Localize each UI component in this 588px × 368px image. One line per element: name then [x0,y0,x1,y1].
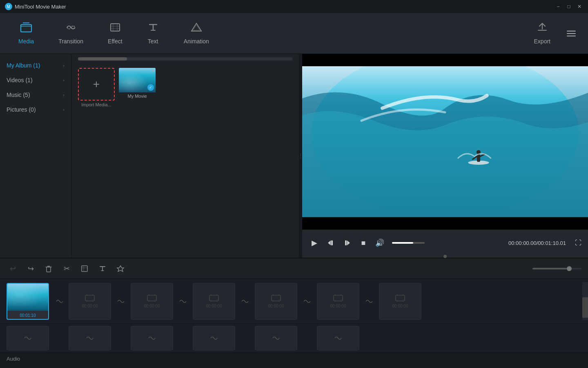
svg-rect-22 [334,295,343,301]
cut-button[interactable]: ✂ [60,263,73,275]
animation-label: Animation [184,38,209,45]
sidebar-item-my-album-label: My Album (1) [7,62,40,69]
minimize-button[interactable]: − [555,3,562,10]
media-thumb-image: ⊞ ✓ [119,68,156,92]
app-icon: M [5,3,12,10]
video-track-row: 00:01:10 00:00:00 [0,279,588,324]
preview-top-border [302,54,588,66]
audio-clip-small-3[interactable] [131,326,173,350]
transition-icon-3 [175,283,191,320]
effect-tl-button[interactable] [114,263,127,275]
video-clip-empty-5[interactable]: 00:00:00 [317,283,359,320]
toolbar: Media Transition Effect Text [0,13,588,54]
sidebar-item-videos[interactable]: Videos (1) › [0,73,71,88]
sidebar-item-pictures[interactable]: Pictures (0) › [0,102,71,117]
import-media-container: + Import Media... [78,68,115,107]
media-thumbnail-my-movie[interactable]: ⊞ ✓ My Movie [119,68,156,107]
maximize-button[interactable]: □ [565,3,572,10]
fullscreen-button[interactable]: ⛶ [575,239,581,247]
media-label: Media [18,38,34,45]
preview-bottom-border [302,217,588,229]
sidebar-item-music[interactable]: Music (5) › [0,88,71,102]
media-panel: + Import Media... ⊞ ✓ My Movie [71,54,299,258]
sidebar: My Album (1) › Videos (1) › Music (5) › … [0,54,71,258]
svg-marker-13 [347,240,350,245]
video-clip-empty-1[interactable]: 00:00:00 [69,283,111,320]
timeline-scrollbar[interactable] [582,282,588,320]
audio-label: Audio [7,356,20,362]
audio-clip-small-6[interactable] [317,326,359,350]
audio-transition-row [0,324,588,352]
forward-frame-button[interactable] [341,237,353,249]
volume-button[interactable]: 🔊 [374,237,385,249]
undo-button[interactable]: ↩ [7,263,19,275]
import-media-button[interactable]: + [78,68,115,101]
timeline-tracks: 00:01:10 00:00:00 [0,279,588,352]
video-clip-thumbnail [7,284,48,311]
crop-button[interactable] [78,263,91,275]
delete-clip-button[interactable] [42,263,55,275]
svg-rect-7 [477,154,480,162]
video-clip-empty-6[interactable]: 00:00:00 [379,283,421,320]
toolbar-item-text[interactable]: Text [137,18,169,49]
svg-rect-20 [209,295,218,301]
empty-clip-time-5: 00:00:00 [330,304,346,308]
video-clip-empty-3[interactable]: 00:00:00 [193,283,235,320]
empty-clip-time-3: 00:00:00 [206,304,222,308]
empty-clip-time-2: 00:00:00 [144,304,160,308]
titlebar: M MiniTool Movie Maker − □ ✕ [0,0,588,13]
video-clip-empty-4[interactable]: 00:00:00 [255,283,297,320]
volume-slider[interactable] [392,242,425,244]
media-thumb-corner-icon: ⊞ [151,69,155,73]
redo-button[interactable]: ↪ [24,263,37,275]
zoom-slider[interactable] [532,268,581,269]
svg-marker-2 [192,23,201,31]
media-icon [20,22,32,36]
media-scrollbar[interactable] [78,57,292,61]
svg-rect-14 [345,240,347,245]
svg-rect-21 [272,295,281,301]
transition-icon [51,283,67,320]
menu-button[interactable] [563,27,580,40]
audio-clip-small-1[interactable] [7,326,49,350]
rewind-button[interactable] [325,237,336,249]
video-clip-empty-2[interactable]: 00:00:00 [131,283,173,320]
timeline-toolbar: ↩ ↪ ✂ [0,258,588,279]
effect-label: Effect [108,38,122,45]
toolbar-item-animation[interactable]: Animation [174,18,219,49]
media-grid: + Import Media... ⊞ ✓ My Movie [71,64,299,111]
video-clip-main[interactable]: 00:01:10 [7,283,49,320]
plus-icon: + [93,78,100,91]
empty-clip-time-6: 00:00:00 [392,304,408,308]
zoom-thumb [567,266,572,271]
sidebar-item-my-album[interactable]: My Album (1) › [0,58,71,73]
transition-icon-2 [113,283,129,320]
toolbar-item-media[interactable]: Media [8,18,44,49]
audio-clip-small-2[interactable] [69,326,111,350]
effect-icon [109,22,121,36]
close-button[interactable]: ✕ [576,3,583,10]
text-icon [147,22,159,36]
export-button[interactable]: Export [526,18,559,49]
media-check-icon: ✓ [147,84,154,91]
zoom-fill [532,268,567,269]
media-scroll-thumb [78,57,127,61]
text-tl-button[interactable] [96,263,109,275]
audio-clip-small-4[interactable] [193,326,235,350]
chevron-right-icon: › [63,78,65,83]
preview-video [302,66,588,217]
toolbar-item-effect[interactable]: Effect [98,18,133,49]
stop-button[interactable]: ■ [358,237,369,249]
toolbar-item-transition[interactable]: Transition [48,18,94,49]
media-thumb-name: My Movie [119,94,156,99]
play-button[interactable]: ▶ [309,237,320,249]
transition-icon-4 [237,283,253,320]
progress-indicator [302,256,588,258]
progress-dot [443,255,447,258]
animation-icon [190,22,203,36]
audio-clip-small-5[interactable] [255,326,297,350]
export-label: Export [534,38,550,45]
svg-rect-23 [396,295,405,301]
panel-divider[interactable] [299,54,302,258]
text-label: Text [148,38,158,45]
